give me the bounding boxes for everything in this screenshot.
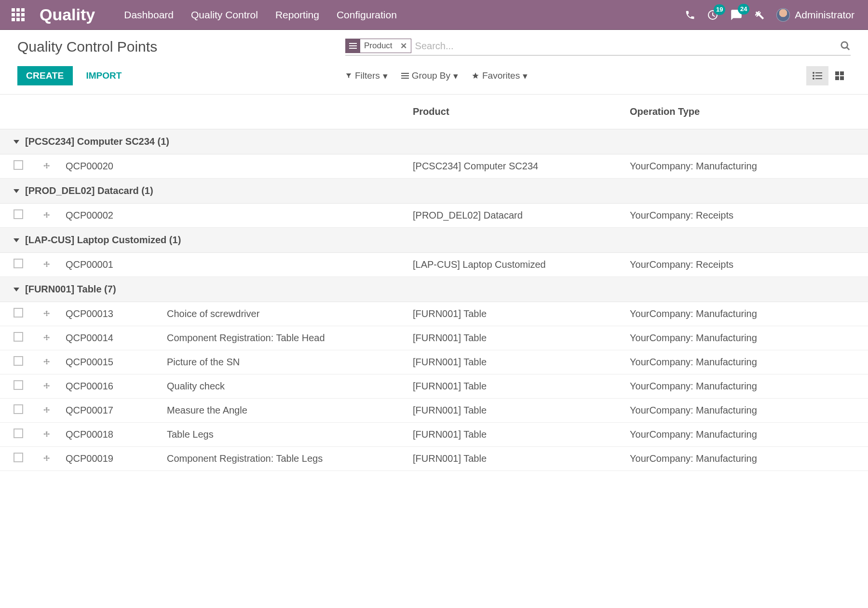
table-row[interactable]: QCP00014Component Registration: Table He… <box>0 326 868 350</box>
favorites-dropdown[interactable]: Favorites ▾ <box>472 70 528 82</box>
list-icon <box>401 73 409 79</box>
page-title: Quality Control Points <box>17 39 326 55</box>
row-checkbox[interactable] <box>14 209 23 219</box>
funnel-icon <box>345 72 352 79</box>
group-row[interactable]: [PCSC234] Computer SC234 (1) <box>0 129 868 154</box>
group-title: [PROD_DEL02] Datacard (1) <box>25 185 153 196</box>
cell-title: Choice of screwdriver <box>167 308 413 319</box>
group-row[interactable]: [FURN001] Table (7) <box>0 277 868 302</box>
caret-down-icon <box>14 140 19 144</box>
drag-handle-icon[interactable] <box>42 310 66 318</box>
row-checkbox[interactable] <box>14 356 23 366</box>
chevron-down-icon: ▾ <box>383 70 388 82</box>
nav-links: Dashboard Quality Control Reporting Conf… <box>124 9 397 21</box>
filters-label: Filters <box>355 70 380 81</box>
import-button[interactable]: IMPORT <box>86 70 122 81</box>
group-row[interactable]: [PROD_DEL02] Datacard (1) <box>0 179 868 204</box>
cell-ref: QCP00001 <box>66 259 167 270</box>
app-brand[interactable]: Quality <box>40 5 95 24</box>
view-kanban-button[interactable] <box>828 66 851 85</box>
cell-ref: QCP00016 <box>66 381 167 392</box>
group-title: [FURN001] Table (7) <box>25 284 116 295</box>
drag-handle-icon[interactable] <box>42 211 66 220</box>
cell-ref: QCP00018 <box>66 429 167 440</box>
cell-product: [FURN001] Table <box>413 405 630 416</box>
facet-remove-icon[interactable]: ✕ <box>396 39 411 53</box>
top-navbar: Quality Dashboard Quality Control Report… <box>0 0 868 30</box>
cell-title: Component Registration: Table Legs <box>167 453 413 464</box>
drag-handle-icon[interactable] <box>42 358 66 367</box>
search-icon[interactable] <box>840 41 851 51</box>
group-by-dropdown[interactable]: Group By ▾ <box>401 70 458 82</box>
filters-dropdown[interactable]: Filters ▾ <box>345 70 388 82</box>
drag-handle-icon[interactable] <box>42 261 66 269</box>
cell-operation-type: YourCompany: Manufacturing <box>630 429 851 440</box>
cell-title: Measure the Angle <box>167 405 413 416</box>
svg-rect-6 <box>401 75 409 76</box>
row-checkbox[interactable] <box>14 332 23 342</box>
drag-handle-icon[interactable] <box>42 406 66 415</box>
svg-rect-11 <box>815 75 822 76</box>
cell-product: [PCSC234] Computer SC234 <box>413 161 630 172</box>
table-row[interactable]: QCP00019Component Registration: Table Le… <box>0 447 868 471</box>
search-bar: Product ✕ <box>345 39 851 55</box>
tools-icon[interactable] <box>754 10 765 20</box>
nav-dashboard[interactable]: Dashboard <box>124 9 174 21</box>
table-row[interactable]: QCP00013Choice of screwdriver[FURN001] T… <box>0 302 868 326</box>
apps-icon[interactable] <box>12 8 25 22</box>
svg-point-3 <box>841 42 848 48</box>
table-row[interactable]: QCP00001[LAP-CUS] Laptop CustomizedYourC… <box>0 253 868 277</box>
svg-rect-14 <box>835 71 839 75</box>
row-checkbox[interactable] <box>14 308 23 318</box>
table-row[interactable]: QCP00020[PCSC234] Computer SC234YourComp… <box>0 154 868 179</box>
col-product[interactable]: Product <box>413 106 630 117</box>
user-name: Administrator <box>795 9 854 21</box>
col-operation-type[interactable]: Operation Type <box>630 106 851 117</box>
row-checkbox[interactable] <box>14 404 23 414</box>
caret-down-icon <box>14 288 19 291</box>
cell-operation-type: YourCompany: Receipts <box>630 210 851 221</box>
cell-ref: QCP00019 <box>66 453 167 464</box>
table-row[interactable]: QCP00018Table Legs[FURN001] TableYourCom… <box>0 423 868 447</box>
cell-operation-type: YourCompany: Manufacturing <box>630 453 851 464</box>
cell-operation-type: YourCompany: Manufacturing <box>630 405 851 416</box>
row-checkbox[interactable] <box>14 453 23 462</box>
svg-point-10 <box>813 75 814 77</box>
group-row[interactable]: [LAP-CUS] Laptop Customized (1) <box>0 228 868 253</box>
table-row[interactable]: QCP00015Picture of the SN[FURN001] Table… <box>0 350 868 374</box>
view-list-button[interactable] <box>806 66 828 85</box>
cell-operation-type: YourCompany: Receipts <box>630 259 851 270</box>
row-checkbox[interactable] <box>14 428 23 438</box>
row-checkbox[interactable] <box>14 259 23 268</box>
user-menu[interactable]: Administrator <box>776 8 854 22</box>
cell-ref: QCP00014 <box>66 332 167 344</box>
nav-configuration[interactable]: Configuration <box>337 9 397 21</box>
drag-handle-icon[interactable] <box>42 382 66 391</box>
table-row[interactable]: QCP00016Quality check[FURN001] TableYour… <box>0 374 868 399</box>
table-row[interactable]: QCP00002[PROD_DEL02] DatacardYourCompany… <box>0 204 868 228</box>
svg-line-4 <box>847 47 850 50</box>
search-input[interactable] <box>415 41 840 52</box>
activities-icon[interactable]: 19 <box>707 9 719 21</box>
table-header: Product Operation Type <box>0 95 868 129</box>
create-button[interactable]: CREATE <box>17 66 73 85</box>
nav-systray: 19 24 Administrator <box>685 8 854 22</box>
drag-handle-icon[interactable] <box>42 162 66 171</box>
cell-ref: QCP00017 <box>66 405 167 416</box>
nav-quality-control[interactable]: Quality Control <box>191 9 258 21</box>
drag-handle-icon[interactable] <box>42 430 66 439</box>
table-row[interactable]: QCP00017Measure the Angle[FURN001] Table… <box>0 399 868 423</box>
drag-handle-icon[interactable] <box>42 334 66 343</box>
svg-rect-2 <box>349 48 357 49</box>
cell-operation-type: YourCompany: Manufacturing <box>630 308 851 319</box>
svg-point-8 <box>813 72 814 74</box>
row-checkbox[interactable] <box>14 380 23 390</box>
nav-reporting[interactable]: Reporting <box>275 9 319 21</box>
discuss-icon[interactable]: 24 <box>730 9 743 21</box>
phone-icon[interactable] <box>685 10 695 20</box>
cell-operation-type: YourCompany: Manufacturing <box>630 357 851 368</box>
search-facet-product[interactable]: Product ✕ <box>345 39 411 53</box>
cell-product: [FURN001] Table <box>413 429 630 440</box>
row-checkbox[interactable] <box>14 160 23 170</box>
drag-handle-icon[interactable] <box>42 455 66 463</box>
